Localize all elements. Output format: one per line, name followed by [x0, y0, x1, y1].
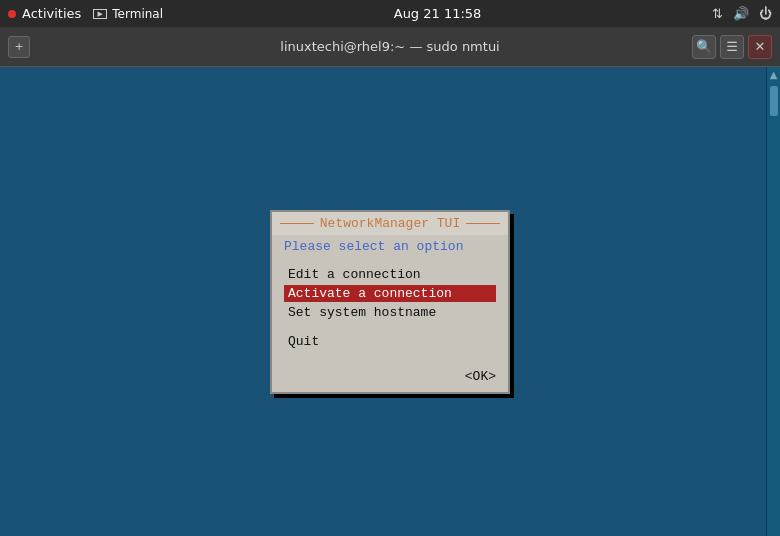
topbar: Activities ▶ Terminal Aug 21 11:58 ⇅ 🔊 ⏻: [0, 0, 780, 27]
activities-dot: [8, 10, 16, 18]
terminal-menu-button[interactable]: ☰: [720, 35, 744, 59]
activities-button[interactable]: Activities: [8, 6, 81, 21]
power-icon[interactable]: ⏻: [759, 6, 772, 21]
dialog-title: NetworkManager TUI: [320, 216, 460, 231]
menu-item-quit[interactable]: Quit: [284, 333, 496, 350]
nmtui-dialog: NetworkManager TUI Please select an opti…: [270, 210, 510, 394]
activities-label: Activities: [22, 6, 81, 21]
dialog-subtitle: Please select an option: [284, 239, 496, 254]
volume-icon[interactable]: 🔊: [733, 6, 749, 21]
menu-item-edit[interactable]: Edit a connection: [284, 266, 496, 283]
menu-item-hostname[interactable]: Set system hostname: [284, 304, 496, 321]
ok-button[interactable]: <OK>: [465, 369, 496, 384]
terminal-window: + linuxtechi@rhel9:~ — sudo nmtui 🔍 ☰ ✕ …: [0, 27, 780, 536]
title-line-left: [280, 223, 314, 224]
menu-separator: [284, 323, 496, 333]
terminal-titlebar: + linuxtechi@rhel9:~ — sudo nmtui 🔍 ☰ ✕: [0, 27, 780, 67]
scroll-thumb[interactable]: [770, 86, 778, 116]
terminal-titlebar-left: +: [8, 36, 34, 58]
scrollbar[interactable]: ▲: [766, 67, 780, 536]
terminal-title: linuxtechi@rhel9:~ — sudo nmtui: [280, 39, 499, 54]
topbar-datetime: Aug 21 11:58: [394, 6, 482, 21]
terminal-taskbar-item[interactable]: ▶ Terminal: [93, 7, 163, 21]
topbar-right: ⇅ 🔊 ⏻: [712, 6, 772, 21]
terminal-taskbar-label: Terminal: [112, 7, 163, 21]
terminal-search-button[interactable]: 🔍: [692, 35, 716, 59]
menu-item-activate[interactable]: Activate a connection: [284, 285, 496, 302]
dialog-footer: <OK>: [272, 362, 508, 392]
title-line-right: [466, 223, 500, 224]
terminal-close-button[interactable]: ✕: [748, 35, 772, 59]
terminal-icon: ▶: [93, 9, 107, 19]
network-icon[interactable]: ⇅: [712, 6, 723, 21]
terminal-titlebar-right: 🔍 ☰ ✕: [692, 35, 772, 59]
dialog-titlebar: NetworkManager TUI: [272, 212, 508, 235]
new-tab-button[interactable]: +: [8, 36, 30, 58]
topbar-left: Activities ▶ Terminal: [8, 6, 163, 21]
terminal-content: NetworkManager TUI Please select an opti…: [0, 67, 780, 536]
dialog-body: Please select an option Edit a connectio…: [272, 235, 508, 362]
scroll-up-arrow[interactable]: ▲: [768, 67, 780, 82]
